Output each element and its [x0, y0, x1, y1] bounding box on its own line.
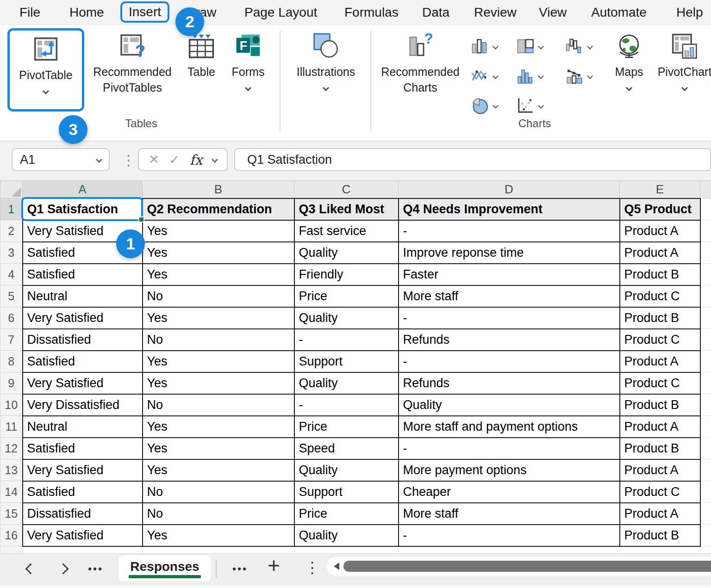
recommended-pivottables-button[interactable]: ? RecommendedPivotTables	[89, 32, 176, 95]
cell-F16[interactable]	[700, 525, 711, 546]
add-sheet-icon[interactable]: +	[268, 553, 280, 578]
cell-E5[interactable]: Product C	[620, 285, 700, 307]
tab-help[interactable]: Help	[676, 5, 703, 20]
cell-B1[interactable]: Q2 Recommendation	[143, 198, 294, 220]
cell-C11[interactable]: Price	[294, 416, 399, 438]
cell-A10[interactable]: Very Dissatisfied	[23, 394, 143, 416]
cell-A15[interactable]: Dissatisfied	[23, 503, 143, 525]
cell-B15[interactable]: No	[143, 503, 294, 525]
cell-B8[interactable]: Yes	[143, 351, 294, 372]
maps-button[interactable]: Maps	[609, 32, 649, 90]
scatter-chart-button[interactable]	[517, 97, 543, 114]
cell-E10[interactable]: Product B	[620, 394, 700, 416]
fill-handle[interactable]	[138, 217, 144, 223]
column-header-D[interactable]: D	[399, 181, 620, 198]
sheet-tab-responses[interactable]: Responses	[118, 555, 211, 582]
cell-F9[interactable]	[700, 372, 711, 394]
cell-C9[interactable]: Quality	[294, 372, 399, 394]
previous-sheet-icon[interactable]	[25, 563, 36, 574]
column-header-B[interactable]: B	[143, 181, 294, 198]
tab-view[interactable]: View	[539, 5, 567, 20]
row-header-7[interactable]: 7	[0, 329, 23, 351]
cell-F7[interactable]	[700, 329, 711, 351]
tab-data[interactable]: Data	[422, 5, 449, 20]
cell-D9[interactable]: Refunds	[399, 372, 620, 394]
cell-C16[interactable]: Quality	[294, 525, 399, 546]
cell-D16[interactable]: -	[399, 525, 620, 546]
row-header-3[interactable]: 3	[0, 242, 23, 264]
cell-F12[interactable]	[700, 438, 711, 459]
cell-A7[interactable]: Dissatisfied	[23, 329, 143, 351]
illustrations-button[interactable]: Illustrations	[286, 32, 366, 90]
sheet-overflow-left-icon[interactable]: •••	[88, 563, 103, 576]
cell-D11[interactable]: More staff and payment options	[399, 416, 620, 438]
column-header-C[interactable]: C	[294, 181, 399, 198]
cell-D3[interactable]: Improve reponse time	[399, 242, 620, 264]
cell-E7[interactable]: Product C	[620, 329, 700, 351]
cell-A4[interactable]: Satisfied	[23, 264, 143, 285]
cell-D12[interactable]: -	[399, 438, 620, 459]
cell-F11[interactable]	[700, 416, 711, 438]
cell-C8[interactable]: Support	[294, 351, 399, 372]
combo-chart-button[interactable]	[566, 67, 592, 85]
pivottable-button[interactable]: PivotTable	[7, 28, 84, 111]
row-header-14[interactable]: 14	[0, 481, 23, 503]
cell-B11[interactable]: Yes	[143, 416, 294, 438]
cell-B14[interactable]: No	[143, 481, 294, 503]
cell-A8[interactable]: Satisfied	[23, 351, 143, 372]
cell-B16[interactable]: Yes	[143, 525, 294, 546]
formula-input[interactable]: Q1 Satisfaction	[234, 148, 711, 171]
line-chart-button[interactable]	[471, 67, 498, 85]
cell-C14[interactable]: Support	[294, 481, 399, 503]
row-header-2[interactable]: 2	[0, 220, 23, 242]
row-header-9[interactable]: 9	[0, 372, 23, 394]
recommended-charts-button[interactable]: ? RecommendedCharts	[376, 32, 465, 95]
cell-B7[interactable]: No	[143, 329, 294, 351]
tab-home[interactable]: Home	[69, 5, 104, 20]
cell-F1[interactable]	[700, 198, 711, 220]
cell-B13[interactable]: Yes	[143, 459, 294, 481]
select-all-corner[interactable]	[0, 181, 23, 198]
forms-button[interactable]: F Forms	[225, 32, 271, 90]
row-header-13[interactable]: 13	[0, 459, 23, 481]
cell-E1[interactable]: Q5 Product	[620, 198, 700, 220]
tab-formulas[interactable]: Formulas	[344, 5, 399, 20]
treemap-chart-button[interactable]	[517, 37, 543, 55]
cell-C2[interactable]: Fast service	[294, 220, 399, 242]
waterfall-chart-button[interactable]	[566, 37, 592, 55]
cell-E14[interactable]: Product C	[620, 481, 700, 503]
row-header-11[interactable]: 11	[0, 416, 23, 438]
cell-C7[interactable]: -	[294, 329, 399, 351]
cell-D4[interactable]: Faster	[399, 264, 620, 285]
column-header-partial[interactable]	[700, 181, 711, 198]
cell-B10[interactable]: No	[143, 394, 294, 416]
cell-D7[interactable]: Refunds	[399, 329, 620, 351]
cell-C6[interactable]: Quality	[294, 307, 399, 329]
cell-F6[interactable]	[700, 307, 711, 329]
cell-A9[interactable]: Very Satisfied	[23, 372, 143, 394]
cell-B6[interactable]: Yes	[143, 307, 294, 329]
row-header-6[interactable]: 6	[0, 307, 23, 329]
cell-D2[interactable]: -	[399, 220, 620, 242]
cell-C12[interactable]: Speed	[294, 438, 399, 459]
cell-B12[interactable]: Yes	[143, 438, 294, 459]
cell-D14[interactable]: Cheaper	[399, 481, 620, 503]
cell-F14[interactable]	[700, 481, 711, 503]
cell-F2[interactable]	[700, 220, 711, 242]
cell-A13[interactable]: Very Satisfied	[23, 459, 143, 481]
insert-function-icon[interactable]: fx	[190, 152, 203, 168]
cell-B5[interactable]: No	[143, 285, 294, 307]
row-header-15[interactable]: 15	[0, 503, 23, 525]
cell-E6[interactable]: Product B	[620, 307, 700, 329]
cell-E13[interactable]: Product A	[620, 459, 700, 481]
cell-D13[interactable]: More payment options	[399, 459, 620, 481]
cell-E2[interactable]: Product A	[620, 220, 700, 242]
histogram-chart-button[interactable]	[517, 67, 543, 85]
pie-chart-button[interactable]	[471, 97, 498, 114]
pivotchart-button[interactable]: PivotChart	[650, 32, 711, 90]
cell-C13[interactable]: Quality	[294, 459, 399, 481]
cell-A16[interactable]: Very Satisfied	[23, 525, 143, 546]
scrollbar-thumb[interactable]	[343, 561, 711, 572]
tab-review[interactable]: Review	[474, 5, 517, 20]
tab-page-layout[interactable]: Page Layout	[244, 5, 317, 20]
